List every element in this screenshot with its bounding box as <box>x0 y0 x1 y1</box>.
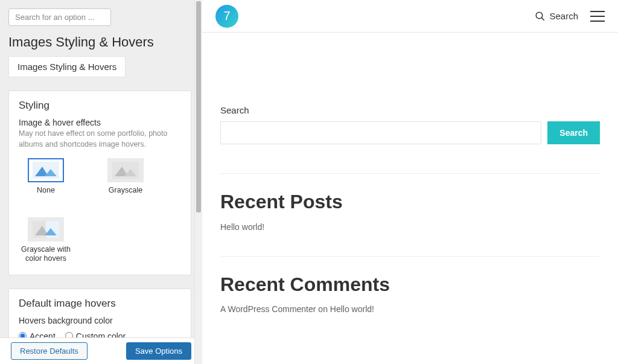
search-icon <box>535 11 546 22</box>
header-search-label: Search <box>549 11 578 21</box>
sidebar-footer: Restore Defaults Save Options <box>0 337 202 364</box>
search-widget-label: Search <box>220 105 600 115</box>
site-header: 7 Search <box>202 0 618 33</box>
card-heading: Styling <box>19 100 181 112</box>
header-search-trigger[interactable]: Search <box>535 11 578 22</box>
search-widget-button[interactable]: Search <box>547 121 600 144</box>
svg-point-10 <box>537 12 543 19</box>
recent-comment-line: A WordPress Commenter on Hello world! <box>220 304 600 314</box>
tab-images-styling-hovers[interactable]: Images Styling & Hovers <box>8 56 126 77</box>
effects-label: Image & hover effects <box>19 118 181 127</box>
recent-post-link[interactable]: Hello world! <box>220 222 264 232</box>
effects-hint: May not have effect on some portfolio, p… <box>19 129 181 150</box>
hovers-bg-label: Hovers background color <box>19 316 181 325</box>
recent-comments-heading: Recent Comments <box>220 273 600 296</box>
scrollbar-thumb[interactable] <box>196 1 201 212</box>
divider <box>220 256 600 257</box>
effect-option-grayscale[interactable]: Grayscale <box>98 158 153 196</box>
site-preview: 7 Search Search Search Recent Posts Hell… <box>202 0 618 364</box>
sidebar-scrollbar[interactable] <box>194 0 202 364</box>
sidebar-scroll[interactable]: Images Styling & Hovers Images Styling &… <box>8 8 194 339</box>
save-options-button[interactable]: Save Options <box>126 342 191 360</box>
card-default-image-hovers: Default image hovers Hovers background c… <box>8 289 191 339</box>
customizer-sidebar: Images Styling & Hovers Images Styling &… <box>0 0 202 364</box>
brand-logo[interactable]: 7 <box>215 5 238 28</box>
effect-option-grayscale-color-hovers[interactable]: Grayscale with color hovers <box>19 217 73 264</box>
effect-label: Grayscale with color hovers <box>19 245 73 264</box>
panel-title: Images Styling & Hovers <box>8 34 191 50</box>
recent-posts-heading: Recent Posts <box>220 191 600 213</box>
svg-line-11 <box>542 18 545 21</box>
effect-label: Grayscale <box>98 186 153 196</box>
mountain-icon <box>107 158 144 182</box>
restore-defaults-button[interactable]: Restore Defaults <box>11 342 88 360</box>
effect-label: None <box>19 186 73 196</box>
divider <box>220 173 600 174</box>
mountain-icon <box>28 217 64 241</box>
card-styling: Styling Image & hover effects May not ha… <box>8 91 191 275</box>
option-search-input[interactable] <box>8 8 111 26</box>
card-heading: Default image hovers <box>19 298 181 310</box>
menu-toggle[interactable] <box>590 11 605 22</box>
mountain-icon <box>28 158 64 182</box>
effect-option-none[interactable]: None <box>19 158 73 196</box>
search-widget-input[interactable] <box>220 121 541 144</box>
